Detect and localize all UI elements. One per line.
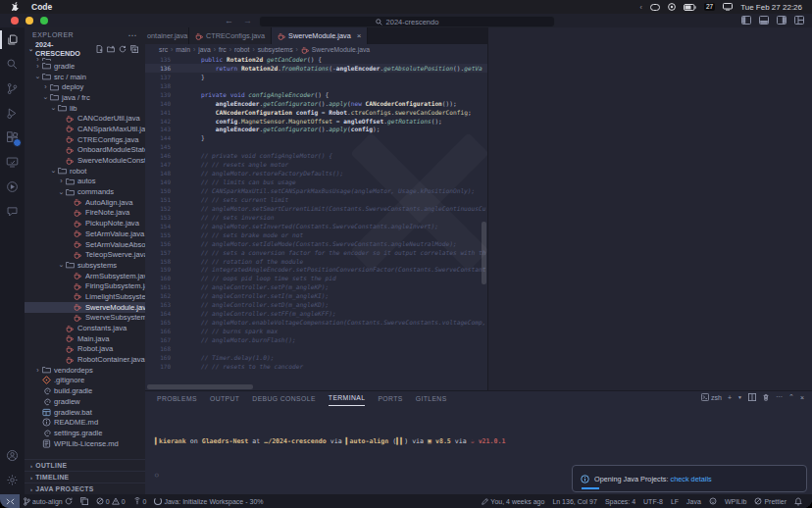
code-line[interactable]: 159 // integratedAngleEncoder.setPositio… [145, 266, 487, 275]
tree-item-wpilib-license-md[interactable]: WPILib-License.md [25, 438, 145, 449]
panel-tab-problems[interactable]: PROBLEMS [157, 391, 197, 405]
tree-item-firingsubsystem-java[interactable]: FiringSubsystem.java [25, 280, 145, 291]
code-line[interactable]: 164 // angleController.setFF(m_angleKFF)… [145, 309, 487, 318]
layers-icon[interactable] [76, 497, 92, 505]
breadcrumb[interactable]: src›main›java›frc›robot›subsystems›Swerv… [145, 44, 501, 55]
tree-item-lib[interactable]: ⌄lib [25, 103, 145, 114]
code-line[interactable]: 151 // // sets current limit [145, 195, 487, 204]
panel-tab-output[interactable]: OUTPUT [210, 391, 239, 405]
wpilib-icon[interactable] [0, 175, 25, 199]
code-line[interactable]: 163 // angleController.setD(m_angleKD); [145, 300, 487, 309]
toggle-sidebar-icon[interactable] [741, 16, 751, 25]
customize-layout-icon[interactable] [794, 16, 804, 25]
ports-status[interactable]: 0 [129, 497, 151, 505]
panel-more-actions-icon[interactable]: ⋯ [776, 393, 783, 401]
zoom-window-button[interactable] [40, 17, 48, 25]
code-line[interactable]: 169 // Timer.delay(1.0); [145, 353, 487, 362]
account-icon[interactable] [0, 443, 25, 468]
code-line[interactable]: 165 // angleMotor.enableVoltageCompensat… [145, 318, 487, 327]
tree-item-gradle[interactable]: ›gradle [25, 61, 145, 72]
code-line[interactable]: 167 // angleMotor.burnFlash(); [145, 335, 487, 344]
feedback-smiley-icon[interactable] [705, 497, 721, 505]
breadcrumb-item[interactable]: src [159, 46, 168, 53]
breadcrumb-item[interactable]: subsystems [258, 46, 293, 53]
code-line[interactable]: 138 [145, 81, 487, 90]
code-line[interactable]: 160 // // oops pid loop time sets the pi… [145, 274, 487, 282]
code-line[interactable]: 168 [145, 344, 487, 353]
code-line[interactable]: 161 // angleController.setP(m_angleKP); [145, 282, 487, 291]
tree-item-autos[interactable]: ›autos [25, 177, 145, 187]
eol-sequence[interactable]: LF [667, 498, 683, 505]
encoding[interactable]: UTF-8 [639, 498, 667, 505]
tree-item-build-gradle[interactable]: build.gradle [25, 385, 145, 396]
sidebar-more-actions-icon[interactable]: ⋯ [128, 30, 138, 40]
code-line[interactable]: 143 angleEncoder.getConfigurator().apply… [145, 126, 487, 134]
terminal-instance[interactable]: zsh [701, 393, 722, 401]
empty-editor-group[interactable] [487, 27, 812, 390]
run-debug-icon[interactable] [0, 101, 25, 126]
display-icon[interactable] [723, 3, 733, 11]
tree-item-robotcontainer-java[interactable]: RobotContainer.java [25, 354, 145, 365]
source-control-icon[interactable] [0, 76, 25, 101]
tree-item-gradlew[interactable]: gradlew [25, 396, 145, 407]
editor-tab-ontainer-java[interactable]: ontainer.java [145, 27, 189, 44]
gitlens-blame[interactable]: You, 4 weeks ago [478, 498, 548, 505]
problems-status[interactable]: 0 0 [92, 497, 129, 505]
tree-item-subsystems[interactable]: ⌄subsystems [25, 260, 145, 271]
menu-code[interactable]: Code [25, 2, 59, 12]
panel-tab-debug-console[interactable]: DEBUG CONSOLE [252, 391, 316, 405]
close-tab-icon[interactable]: × [357, 31, 362, 40]
chat-icon[interactable] [0, 199, 25, 224]
screen-mirroring-icon[interactable] [650, 4, 660, 11]
minimize-window-button[interactable] [25, 17, 33, 25]
code-line[interactable]: 144 } [145, 133, 487, 142]
section-outline[interactable]: ›OUTLINE [25, 459, 145, 471]
code-line[interactable]: 135 public Rotation2d getCanCoder() { [145, 55, 487, 64]
code-line[interactable]: 162 // angleController.setI(m_angleKI); [145, 291, 487, 300]
tree-item-cansparkmaxutil-java[interactable]: CANSparkMaxUtil.java [25, 124, 145, 134]
code-line[interactable]: 142 config.MagnetSensor.MagnetOffset = a… [145, 117, 487, 126]
breadcrumb-item[interactable]: frc [219, 46, 227, 53]
tree-item-deploy[interactable]: ›deploy [25, 81, 145, 92]
close-window-button[interactable] [11, 17, 19, 25]
tree-item-ctreconfigs-java[interactable]: CTREConfigs.java [25, 134, 145, 145]
tree-item-java-frc[interactable]: ⌄java / frc [25, 92, 145, 103]
code-line[interactable]: 152 // angleMotor.setSmartCurrentLimit(C… [145, 204, 487, 213]
code-line[interactable]: 157 // // sets a conversion factor for t… [145, 248, 487, 257]
code-line[interactable]: 136 return Rotation2d.fromRotations(-ang… [145, 64, 487, 73]
tree-item-limelightsubsystem-java[interactable]: LimelightSubsystem.java [25, 291, 145, 302]
toggle-secondary-sidebar-icon[interactable] [777, 16, 787, 25]
calendar-date-badge[interactable]: 27 [704, 3, 715, 12]
notification-toast[interactable]: Opening Java Projects: check details [572, 465, 807, 492]
code-line[interactable]: 150 // CANSparkMaxUtil.setCANSparkMaxBus… [145, 186, 487, 195]
explorer-icon[interactable] [0, 27, 25, 52]
code-line[interactable]: 146 // private void configAngleMotor() { [145, 151, 487, 160]
new-terminal-button[interactable]: + [728, 394, 732, 401]
new-folder-icon[interactable] [107, 45, 115, 53]
tree-item-src-main[interactable]: ⌄src / main [25, 72, 145, 82]
editor-tab-ctreconfigs-java[interactable]: CTREConfigs.java [189, 27, 272, 44]
git-branch-status[interactable]: auto-align [20, 497, 76, 506]
code-line[interactable]: 166 // // burns spark max [145, 327, 487, 335]
new-file-icon[interactable] [95, 45, 103, 53]
history-back-button[interactable]: ← [225, 17, 233, 25]
tree-item--gitignore[interactable]: .gitignore [25, 376, 145, 386]
menubar-clock[interactable]: Tue Feb 27 22:26 [740, 3, 802, 12]
code-line[interactable]: 158 // // rotation of the module [145, 257, 487, 266]
tree-item-readme-md[interactable]: README.md [25, 417, 145, 428]
code-line[interactable]: 153 // // sets inversion [145, 213, 487, 222]
panel-tab-terminal[interactable]: TERMINAL [329, 391, 366, 406]
history-forward-button[interactable]: → [243, 17, 252, 25]
close-panel-icon[interactable]: × [800, 394, 804, 401]
tree-item-robot[interactable]: ⌄robot [25, 166, 145, 177]
tree-item-swervemodule-java[interactable]: SwerveModule.java [25, 302, 145, 313]
command-center-search[interactable]: 2024-crescendo [259, 16, 555, 27]
tree-item-armsubsystem-java[interactable]: ArmSubsystem.java [25, 271, 145, 281]
indentation[interactable]: Spaces: 4 [601, 498, 639, 505]
extensions-icon[interactable] [0, 126, 25, 150]
tree-item-robot-java[interactable]: Robot.java [25, 344, 145, 355]
tree-item-commands[interactable]: ⌄commands [25, 186, 145, 197]
terminal-dropdown-icon[interactable]: ▼ [737, 394, 742, 400]
toggle-panel-icon[interactable] [759, 16, 769, 25]
code-line[interactable]: 141 CANcoderConfiguration config = Robot… [145, 108, 487, 117]
